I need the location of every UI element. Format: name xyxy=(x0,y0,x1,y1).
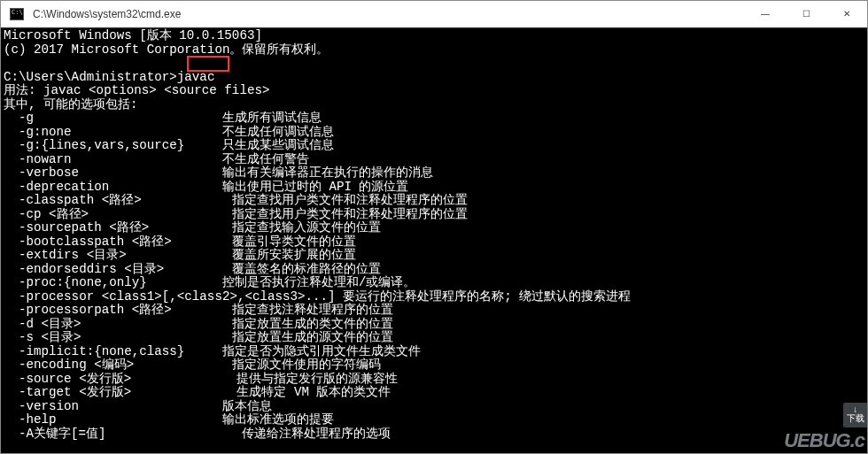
option-row: -nowarn 不生成任何警告 xyxy=(4,152,309,166)
option-row: -implicit:{none,class} 指定是否为隐式引用文件生成类文件 xyxy=(4,344,421,358)
option-row: -sourcepath <路径> 指定查找输入源文件的位置 xyxy=(4,220,381,235)
window-controls: — ☐ ✕ xyxy=(745,1,867,27)
cmd-window: C:\ C:\Windows\system32\cmd.exe — ☐ ✕ Mi… xyxy=(0,0,868,454)
close-button[interactable]: ✕ xyxy=(826,1,867,27)
option-row: -version 版本信息 xyxy=(4,399,272,413)
app-icon: C:\ xyxy=(4,2,29,27)
option-row: -encoding <编码> 指定源文件使用的字符编码 xyxy=(4,358,381,372)
option-row: -endorseddirs <目录> 覆盖签名的标准路径的位置 xyxy=(4,262,381,276)
banner-line: (c) 2017 Microsoft Corporation。保留所有权利。 xyxy=(4,42,329,57)
option-row: -processor <class1>[,<class2>,<class3>..… xyxy=(4,289,631,304)
option-row: -verbose 输出有关编译器正在执行的操作的消息 xyxy=(4,165,433,180)
maximize-button[interactable]: ☐ xyxy=(786,1,826,27)
option-row: -processorpath <路径> 指定查找注释处理程序的位置 xyxy=(4,303,393,317)
option-row: -classpath <路径> 指定查找用户类文件和注释处理程序的位置 xyxy=(4,193,468,207)
option-row: -g 生成所有调试信息 xyxy=(4,111,322,125)
terminal-output[interactable]: Microsoft Windows [版本 10.0.15063] (c) 20… xyxy=(1,27,867,453)
cmd-icon: C:\ xyxy=(10,8,24,20)
banner-line: Microsoft Windows [版本 10.0.15063] xyxy=(4,28,262,42)
option-row: -extdirs <目录> 覆盖所安装扩展的位置 xyxy=(4,248,356,262)
option-row: -source <发行版> 提供与指定发行版的源兼容性 xyxy=(4,372,398,386)
option-row: -bootclasspath <路径> 覆盖引导类文件的位置 xyxy=(4,235,356,249)
option-row: -A关键字[=值] 传递给注释处理程序的选项 xyxy=(4,427,391,441)
prompt: C:\Users\Administrator> xyxy=(4,70,177,84)
option-row: -target <发行版> 生成特定 VM 版本的类文件 xyxy=(4,385,391,399)
usage-line: 用法: javac <options> <source files> xyxy=(4,83,269,97)
minimize-button[interactable]: — xyxy=(745,1,786,27)
option-row: -s <目录> 指定放置生成的源文件的位置 xyxy=(4,330,393,344)
command-text: javac xyxy=(177,70,215,84)
option-row: -cp <路径> 指定查找用户类文件和注释处理程序的位置 xyxy=(4,207,468,221)
window-title: C:\Windows\system32\cmd.exe xyxy=(29,8,745,20)
option-row: -g:none 不生成任何调试信息 xyxy=(4,125,334,139)
option-row: -g:{lines,vars,source} 只生成某些调试信息 xyxy=(4,138,334,152)
option-row: -d <目录> 指定放置生成的类文件的位置 xyxy=(4,317,393,331)
option-row: -proc:{none,only} 控制是否执行注释处理和/或编译。 xyxy=(4,275,415,289)
options-header: 其中, 可能的选项包括: xyxy=(4,97,138,112)
titlebar[interactable]: C:\ C:\Windows\system32\cmd.exe — ☐ ✕ xyxy=(1,1,867,27)
option-row: -deprecation 输出使用已过时的 API 的源位置 xyxy=(4,180,408,194)
option-row: -help 输出标准选项的提要 xyxy=(4,412,334,427)
